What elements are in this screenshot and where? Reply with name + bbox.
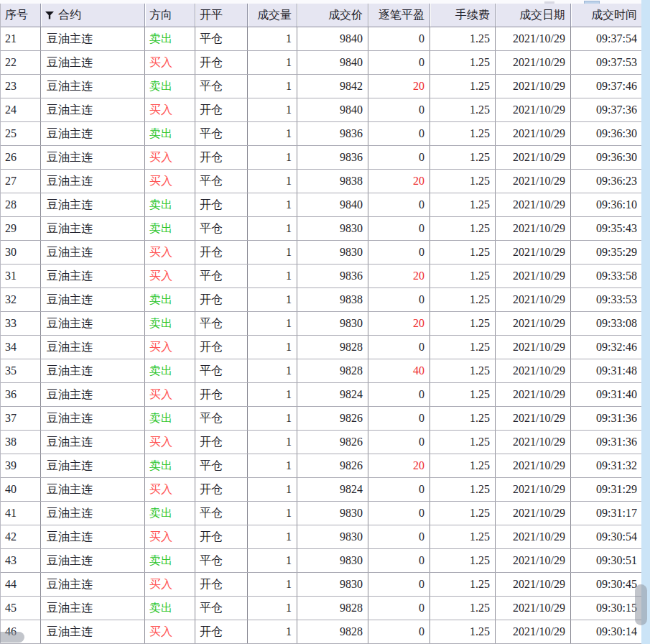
cell-seq: 36 xyxy=(1,383,40,406)
cell-trade_date: 2021/10/29 xyxy=(495,193,570,216)
cell-offset: 平仓 xyxy=(195,217,247,240)
cell-trade_date: 2021/10/29 xyxy=(495,454,570,477)
cell-direction: 卖出 xyxy=(144,407,195,430)
table-row[interactable]: 22豆油主连买入开仓1984001.252021/10/2909:37:53 xyxy=(1,51,642,75)
table-row[interactable]: 25豆油主连卖出平仓1983601.252021/10/2909:36:30 xyxy=(1,122,642,146)
cell-price: 9838 xyxy=(297,288,368,311)
table-row[interactable]: 26豆油主连买入开仓1983601.252021/10/2909:36:30 xyxy=(1,146,642,170)
vertical-scrollbar-thumb[interactable] xyxy=(635,584,647,625)
column-header-trade_date[interactable]: 成交日期 xyxy=(495,4,570,27)
table-row[interactable]: 43豆油主连卖出平仓1983001.252021/10/2909:30:51 xyxy=(1,549,642,573)
cell-contract: 豆油主连 xyxy=(40,573,144,596)
cell-trade_pl: 0 xyxy=(368,51,430,74)
table-row[interactable]: 21豆油主连卖出平仓1984001.252021/10/2909:37:54 xyxy=(1,27,642,51)
column-header-offset[interactable]: 开平 xyxy=(195,4,247,27)
table-row[interactable]: 36豆油主连买入开仓1982401.252021/10/2909:31:40 xyxy=(1,383,642,407)
cell-contract: 豆油主连 xyxy=(40,502,144,525)
cell-fee: 1.25 xyxy=(430,573,495,596)
cell-price: 9840 xyxy=(297,51,368,74)
cell-trade_time: 09:36:23 xyxy=(570,170,642,193)
table-row[interactable]: 29豆油主连卖出平仓1983001.252021/10/2909:35:43 xyxy=(1,217,642,241)
table-row[interactable]: 28豆油主连卖出开仓1984001.252021/10/2909:36:10 xyxy=(1,193,642,217)
cell-direction: 买入 xyxy=(144,170,195,193)
cell-trade_date: 2021/10/29 xyxy=(495,620,570,643)
table-row[interactable]: 23豆油主连卖出平仓19842201.252021/10/2909:37:46 xyxy=(1,75,642,98)
cell-trade_pl: 0 xyxy=(368,336,430,359)
cell-trade_date: 2021/10/29 xyxy=(495,312,570,335)
cell-fee: 1.25 xyxy=(430,27,495,50)
cell-offset: 平仓 xyxy=(195,597,247,620)
cell-seq: 35 xyxy=(1,359,40,382)
table-row[interactable]: 32豆油主连卖出开仓1983801.252021/10/2909:33:53 xyxy=(1,288,642,312)
table-row[interactable]: 34豆油主连买入开仓1982801.252021/10/2909:32:46 xyxy=(1,336,642,359)
cell-trade_time: 09:33:53 xyxy=(570,288,642,311)
table-row[interactable]: 30豆油主连买入开仓1983001.252021/10/2909:35:29 xyxy=(1,241,642,264)
table-row[interactable]: 31豆油主连买入平仓19836201.252021/10/2909:33:58 xyxy=(1,264,642,288)
cell-contract: 豆油主连 xyxy=(40,359,144,382)
table-row[interactable]: 42豆油主连买入开仓1983001.252021/10/2909:30:54 xyxy=(1,525,642,549)
cell-fee: 1.25 xyxy=(430,407,495,430)
cell-contract: 豆油主连 xyxy=(40,264,144,288)
cell-fee: 1.25 xyxy=(430,549,495,572)
column-header-direction[interactable]: 方向 xyxy=(144,4,195,27)
table-row[interactable]: 37豆油主连卖出平仓1982601.252021/10/2909:31:36 xyxy=(1,407,642,431)
table-row[interactable]: 40豆油主连买入开仓1982401.252021/10/2909:31:29 xyxy=(1,478,642,502)
cell-offset: 开仓 xyxy=(195,431,247,454)
filter-icon[interactable] xyxy=(45,11,54,19)
table-row[interactable]: 46豆油主连买入开仓1982801.252021/10/2909:30:14 xyxy=(1,620,642,644)
table-row[interactable]: 35豆油主连卖出平仓19828401.252021/10/2909:31:48 xyxy=(1,359,642,383)
cell-offset: 平仓 xyxy=(195,75,247,98)
cell-direction: 卖出 xyxy=(144,122,195,145)
column-header-fee[interactable]: 手续费 xyxy=(430,4,495,27)
cell-trade_date: 2021/10/29 xyxy=(495,407,570,430)
cell-trade_time: 09:36:30 xyxy=(570,122,642,145)
table-row[interactable]: 44豆油主连买入开仓1983001.252021/10/2909:30:45 xyxy=(1,573,642,597)
column-header-price[interactable]: 成交价 xyxy=(297,4,368,27)
column-header-volume[interactable]: 成交量 xyxy=(247,4,297,27)
cell-volume: 1 xyxy=(247,75,297,98)
column-header-trade_pl[interactable]: 逐笔平盈 xyxy=(368,4,430,27)
column-header-seq[interactable]: 序号 xyxy=(1,4,40,27)
cell-direction: 卖出 xyxy=(144,454,195,477)
cell-seq: 32 xyxy=(1,288,40,311)
cell-trade_time: 09:36:10 xyxy=(570,193,642,216)
column-header-contract[interactable]: 合约 xyxy=(40,4,144,27)
cell-contract: 豆油主连 xyxy=(40,478,144,501)
table-row[interactable]: 39豆油主连卖出平仓19826201.252021/10/2909:31:32 xyxy=(1,454,642,478)
cell-offset: 平仓 xyxy=(195,549,247,572)
column-header-trade_time[interactable]: 成交时间 xyxy=(570,4,642,27)
vertical-scrollbar[interactable] xyxy=(641,0,650,644)
table-row[interactable]: 24豆油主连买入开仓1984001.252021/10/2909:37:36 xyxy=(1,98,642,122)
cell-price: 9826 xyxy=(297,454,368,477)
cell-fee: 1.25 xyxy=(430,98,495,121)
cell-offset: 平仓 xyxy=(195,454,247,477)
cell-trade_pl: 40 xyxy=(368,359,430,382)
cell-direction: 卖出 xyxy=(144,312,195,335)
horizontal-scrollbar-thumb[interactable] xyxy=(0,632,24,643)
table-row[interactable]: 41豆油主连卖出平仓1983001.252021/10/2909:31:17 xyxy=(1,502,642,525)
cell-trade_time: 09:33:08 xyxy=(570,312,642,335)
cell-seq: 33 xyxy=(1,312,40,335)
cell-contract: 豆油主连 xyxy=(40,407,144,430)
cell-trade_pl: 20 xyxy=(368,454,430,477)
cell-seq: 22 xyxy=(1,51,40,74)
cell-price: 9828 xyxy=(297,359,368,382)
cell-price: 9840 xyxy=(297,98,368,121)
cell-volume: 1 xyxy=(247,170,297,193)
cell-offset: 开仓 xyxy=(195,146,247,169)
cell-offset: 平仓 xyxy=(195,502,247,525)
table-row[interactable]: 45豆油主连卖出平仓1982801.252021/10/2909:30:15 xyxy=(1,597,642,620)
cell-volume: 1 xyxy=(247,454,297,477)
cell-volume: 1 xyxy=(247,27,297,50)
cell-trade_pl: 0 xyxy=(368,525,430,548)
table-row[interactable]: 33豆油主连卖出平仓19830201.252021/10/2909:33:08 xyxy=(1,312,642,336)
cell-volume: 1 xyxy=(247,407,297,430)
table-row[interactable]: 27豆油主连买入平仓19838201.252021/10/2909:36:23 xyxy=(1,170,642,193)
cell-offset: 平仓 xyxy=(195,407,247,430)
cell-contract: 豆油主连 xyxy=(40,27,144,50)
cell-seq: 21 xyxy=(1,27,40,50)
cell-trade_date: 2021/10/29 xyxy=(495,431,570,454)
cell-price: 9836 xyxy=(297,146,368,169)
table-row[interactable]: 38豆油主连买入开仓1982601.252021/10/2909:31:36 xyxy=(1,431,642,454)
cell-trade_pl: 0 xyxy=(368,597,430,620)
